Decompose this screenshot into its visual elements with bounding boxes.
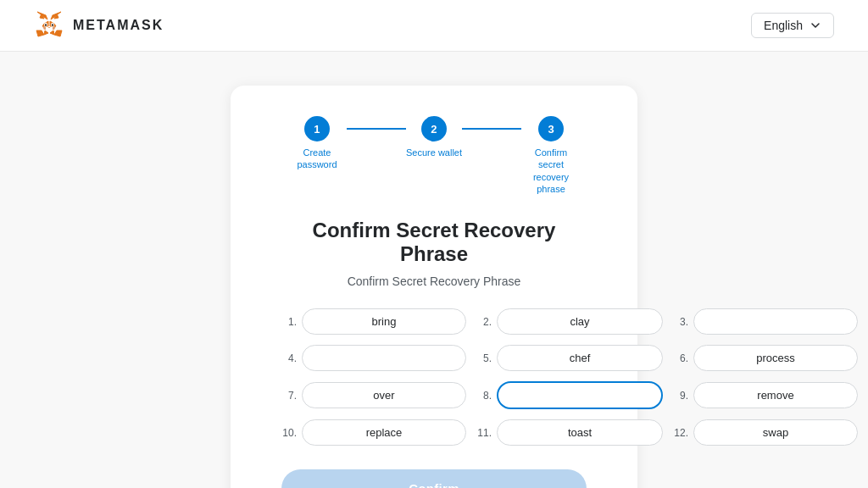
chevron-down-icon bbox=[810, 19, 821, 31]
step-1-label: Create password bbox=[287, 147, 347, 171]
word-num-2: 2. bbox=[476, 316, 492, 328]
logo-area: METAMASK bbox=[34, 10, 164, 41]
word-item-5: 5. bbox=[476, 345, 663, 371]
word-grid: 1.2.3.4.5.6.7.8.9.10.11.12. bbox=[281, 308, 587, 446]
word-input-10[interactable] bbox=[302, 419, 466, 446]
word-input-8[interactable] bbox=[497, 381, 663, 409]
word-item-7: 7. bbox=[281, 381, 466, 409]
svg-marker-15 bbox=[42, 26, 46, 30]
word-input-9[interactable] bbox=[693, 382, 858, 408]
word-num-9: 9. bbox=[673, 390, 688, 402]
confirm-button[interactable]: Confirm bbox=[281, 469, 587, 488]
logo-text: METAMASK bbox=[73, 18, 164, 33]
step-1: 1 Create password bbox=[287, 116, 347, 171]
header: METAMASK English bbox=[0, 0, 868, 52]
step-1-circle: 1 bbox=[304, 116, 330, 141]
step-3-label: Confirm secret recovery phrase bbox=[521, 147, 581, 195]
svg-point-11 bbox=[52, 24, 53, 26]
word-input-6[interactable] bbox=[693, 345, 858, 371]
word-num-4: 4. bbox=[281, 352, 297, 364]
step-connector-1 bbox=[347, 128, 406, 130]
word-item-1: 1. bbox=[281, 308, 466, 335]
word-input-1[interactable] bbox=[302, 308, 466, 335]
word-num-10: 10. bbox=[281, 427, 297, 439]
metamask-fox-icon bbox=[34, 10, 64, 41]
word-item-12: 12. bbox=[673, 419, 858, 446]
stepper: 1 Create password 2 Secure wallet 3 Conf… bbox=[281, 116, 587, 195]
svg-marker-2 bbox=[54, 30, 62, 36]
word-num-3: 3. bbox=[673, 316, 688, 328]
word-num-6: 6. bbox=[673, 352, 688, 364]
svg-marker-7 bbox=[50, 30, 54, 35]
word-num-8: 8. bbox=[476, 390, 492, 402]
word-input-3[interactable] bbox=[693, 308, 858, 335]
step-2: 2 Secure wallet bbox=[406, 116, 462, 158]
card: 1 Create password 2 Secure wallet 3 Conf… bbox=[231, 86, 637, 488]
step-3: 3 Confirm secret recovery phrase bbox=[521, 116, 581, 195]
step-3-circle: 3 bbox=[538, 116, 564, 141]
word-input-4[interactable] bbox=[302, 345, 466, 371]
word-item-10: 10. bbox=[281, 419, 466, 446]
word-item-11: 11. bbox=[476, 419, 663, 446]
word-item-4: 4. bbox=[281, 345, 466, 371]
step-2-circle: 2 bbox=[421, 116, 447, 141]
word-input-12[interactable] bbox=[693, 419, 858, 446]
word-num-1: 1. bbox=[281, 316, 297, 328]
word-input-2[interactable] bbox=[497, 308, 663, 335]
word-item-3: 3. bbox=[673, 308, 858, 335]
word-item-2: 2. bbox=[476, 308, 663, 335]
page-title: Confirm Secret Recovery Phrase bbox=[281, 219, 587, 266]
word-item-6: 6. bbox=[673, 345, 858, 371]
svg-point-10 bbox=[45, 24, 47, 26]
svg-marker-6 bbox=[44, 30, 48, 35]
word-input-7[interactable] bbox=[302, 382, 466, 408]
language-dropdown[interactable]: English bbox=[751, 13, 834, 38]
main-content: 1 Create password 2 Secure wallet 3 Conf… bbox=[0, 52, 868, 488]
word-input-11[interactable] bbox=[497, 419, 663, 446]
card-subtitle: Confirm Secret Recovery Phrase bbox=[281, 274, 587, 288]
language-label: English bbox=[764, 19, 803, 32]
step-2-label: Secure wallet bbox=[406, 147, 462, 158]
svg-marker-3 bbox=[36, 30, 44, 36]
word-num-5: 5. bbox=[476, 352, 492, 364]
step-connector-2 bbox=[462, 128, 521, 130]
svg-marker-12 bbox=[48, 27, 51, 28]
word-input-5[interactable] bbox=[497, 345, 663, 371]
word-item-9: 9. bbox=[673, 381, 858, 409]
svg-marker-16 bbox=[53, 26, 56, 30]
word-item-8: 8. bbox=[476, 381, 663, 409]
word-num-7: 7. bbox=[281, 390, 297, 402]
word-num-12: 12. bbox=[673, 427, 688, 439]
word-num-11: 11. bbox=[476, 427, 492, 439]
